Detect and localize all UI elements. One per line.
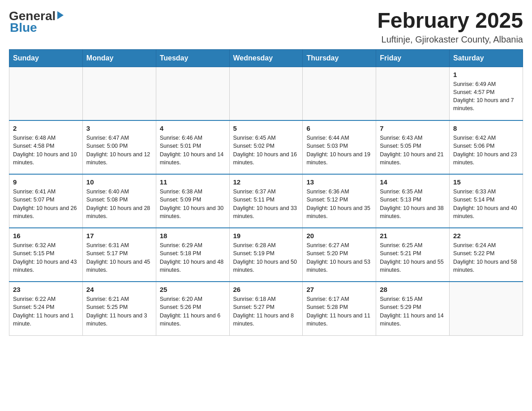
day-info: Sunrise: 6:42 AMSunset: 5:06 PMDaylight:… [453, 134, 519, 167]
day-info: Sunrise: 6:41 AMSunset: 5:07 PMDaylight:… [13, 188, 79, 220]
day-info: Sunrise: 6:36 AMSunset: 5:12 PMDaylight:… [306, 188, 372, 220]
logo-arrow-icon [57, 11, 64, 19]
day-number: 8 [453, 124, 519, 132]
calendar: SundayMondayTuesdayWednesdayThursdayFrid… [9, 49, 523, 336]
day-number: 22 [453, 232, 519, 240]
day-info: Sunrise: 6:44 AMSunset: 5:03 PMDaylight:… [306, 134, 372, 167]
calendar-cell: 2Sunrise: 6:48 AMSunset: 4:58 PMDaylight… [9, 120, 83, 174]
calendar-cell: 9Sunrise: 6:41 AMSunset: 5:07 PMDaylight… [9, 174, 83, 228]
day-number: 17 [86, 232, 152, 240]
calendar-cell: 24Sunrise: 6:21 AMSunset: 5:25 PMDayligh… [82, 282, 156, 335]
day-number: 12 [233, 178, 299, 186]
day-number: 11 [160, 178, 226, 186]
calendar-cell: 19Sunrise: 6:28 AMSunset: 5:19 PMDayligh… [229, 228, 303, 282]
day-info: Sunrise: 6:22 AMSunset: 5:24 PMDaylight:… [13, 295, 79, 328]
day-info: Sunrise: 6:21 AMSunset: 5:25 PMDaylight:… [86, 295, 152, 328]
day-header-sunday: Sunday [9, 49, 83, 67]
title-area: February 2025 Luftinje, Gjirokaster Coun… [377, 9, 523, 45]
calendar-cell: 20Sunrise: 6:27 AMSunset: 5:20 PMDayligh… [303, 228, 376, 282]
calendar-cell: 15Sunrise: 6:33 AMSunset: 5:14 PMDayligh… [450, 174, 523, 228]
day-info: Sunrise: 6:38 AMSunset: 5:09 PMDaylight:… [160, 188, 226, 220]
day-number: 16 [13, 232, 79, 240]
calendar-header-row: SundayMondayTuesdayWednesdayThursdayFrid… [9, 49, 523, 67]
calendar-cell: 26Sunrise: 6:18 AMSunset: 5:27 PMDayligh… [229, 282, 303, 335]
calendar-week-2: 2Sunrise: 6:48 AMSunset: 4:58 PMDaylight… [9, 120, 523, 174]
day-info: Sunrise: 6:27 AMSunset: 5:20 PMDaylight:… [306, 241, 372, 274]
header: General Blue February 2025 Luftinje, Gji… [9, 9, 523, 45]
day-number: 1 [453, 71, 519, 78]
day-header-wednesday: Wednesday [229, 49, 303, 67]
day-info: Sunrise: 6:29 AMSunset: 5:18 PMDaylight:… [160, 241, 226, 274]
day-info: Sunrise: 6:17 AMSunset: 5:28 PMDaylight:… [306, 295, 372, 328]
day-info: Sunrise: 6:43 AMSunset: 5:05 PMDaylight:… [380, 134, 446, 167]
day-header-monday: Monday [82, 49, 156, 67]
calendar-cell: 10Sunrise: 6:40 AMSunset: 5:08 PMDayligh… [82, 174, 156, 228]
day-number: 20 [306, 232, 372, 240]
calendar-cell: 25Sunrise: 6:20 AMSunset: 5:26 PMDayligh… [156, 282, 229, 335]
day-number: 14 [380, 178, 446, 186]
day-info: Sunrise: 6:47 AMSunset: 5:00 PMDaylight:… [86, 134, 152, 167]
calendar-cell: 17Sunrise: 6:31 AMSunset: 5:17 PMDayligh… [82, 228, 156, 282]
calendar-cell [82, 67, 156, 120]
calendar-cell: 16Sunrise: 6:32 AMSunset: 5:15 PMDayligh… [9, 228, 83, 282]
day-number: 2 [13, 124, 79, 132]
calendar-cell: 23Sunrise: 6:22 AMSunset: 5:24 PMDayligh… [9, 282, 83, 335]
day-number: 26 [233, 286, 299, 293]
day-number: 18 [160, 232, 226, 240]
calendar-cell [376, 67, 450, 120]
calendar-cell [9, 67, 83, 120]
day-number: 9 [13, 178, 79, 186]
calendar-cell: 5Sunrise: 6:45 AMSunset: 5:02 PMDaylight… [229, 120, 303, 174]
day-header-tuesday: Tuesday [156, 49, 229, 67]
day-info: Sunrise: 6:45 AMSunset: 5:02 PMDaylight:… [233, 134, 299, 167]
calendar-cell: 1Sunrise: 6:49 AMSunset: 4:57 PMDaylight… [450, 67, 523, 120]
day-info: Sunrise: 6:25 AMSunset: 5:21 PMDaylight:… [380, 241, 446, 274]
subtitle: Luftinje, Gjirokaster County, Albania [377, 34, 523, 45]
day-number: 6 [306, 124, 372, 132]
day-number: 23 [13, 286, 79, 293]
calendar-cell: 14Sunrise: 6:35 AMSunset: 5:13 PMDayligh… [376, 174, 450, 228]
calendar-cell: 27Sunrise: 6:17 AMSunset: 5:28 PMDayligh… [303, 282, 376, 335]
calendar-cell: 3Sunrise: 6:47 AMSunset: 5:00 PMDaylight… [82, 120, 156, 174]
day-number: 3 [86, 124, 152, 132]
calendar-cell: 8Sunrise: 6:42 AMSunset: 5:06 PMDaylight… [450, 120, 523, 174]
day-header-friday: Friday [376, 49, 450, 67]
day-number: 28 [380, 286, 446, 293]
logo-blue-text: Blue [10, 21, 37, 34]
calendar-week-1: 1Sunrise: 6:49 AMSunset: 4:57 PMDaylight… [9, 67, 523, 120]
calendar-cell [156, 67, 229, 120]
day-number: 25 [160, 286, 226, 293]
day-number: 7 [380, 124, 446, 132]
page-title: February 2025 [377, 9, 523, 33]
calendar-week-5: 23Sunrise: 6:22 AMSunset: 5:24 PMDayligh… [9, 282, 523, 335]
calendar-cell: 21Sunrise: 6:25 AMSunset: 5:21 PMDayligh… [376, 228, 450, 282]
calendar-cell: 4Sunrise: 6:46 AMSunset: 5:01 PMDaylight… [156, 120, 229, 174]
calendar-cell: 11Sunrise: 6:38 AMSunset: 5:09 PMDayligh… [156, 174, 229, 228]
calendar-cell: 22Sunrise: 6:24 AMSunset: 5:22 PMDayligh… [450, 228, 523, 282]
calendar-cell [450, 282, 523, 335]
day-info: Sunrise: 6:48 AMSunset: 4:58 PMDaylight:… [13, 134, 79, 167]
day-info: Sunrise: 6:40 AMSunset: 5:08 PMDaylight:… [86, 188, 152, 220]
day-info: Sunrise: 6:18 AMSunset: 5:27 PMDaylight:… [233, 295, 299, 328]
day-info: Sunrise: 6:35 AMSunset: 5:13 PMDaylight:… [380, 188, 446, 220]
day-header-thursday: Thursday [303, 49, 376, 67]
calendar-cell: 18Sunrise: 6:29 AMSunset: 5:18 PMDayligh… [156, 228, 229, 282]
calendar-week-4: 16Sunrise: 6:32 AMSunset: 5:15 PMDayligh… [9, 228, 523, 282]
day-info: Sunrise: 6:24 AMSunset: 5:22 PMDaylight:… [453, 241, 519, 274]
calendar-cell [303, 67, 376, 120]
day-info: Sunrise: 6:32 AMSunset: 5:15 PMDaylight:… [13, 241, 79, 274]
day-number: 10 [86, 178, 152, 186]
calendar-cell: 7Sunrise: 6:43 AMSunset: 5:05 PMDaylight… [376, 120, 450, 174]
day-info: Sunrise: 6:20 AMSunset: 5:26 PMDaylight:… [160, 295, 226, 328]
calendar-cell [229, 67, 303, 120]
day-number: 19 [233, 232, 299, 240]
day-number: 24 [86, 286, 152, 293]
day-info: Sunrise: 6:33 AMSunset: 5:14 PMDaylight:… [453, 188, 519, 220]
logo: General Blue [9, 9, 64, 35]
day-number: 15 [453, 178, 519, 186]
calendar-cell: 13Sunrise: 6:36 AMSunset: 5:12 PMDayligh… [303, 174, 376, 228]
day-info: Sunrise: 6:49 AMSunset: 4:57 PMDaylight:… [453, 80, 519, 113]
day-header-saturday: Saturday [450, 49, 523, 67]
day-number: 5 [233, 124, 299, 132]
day-info: Sunrise: 6:15 AMSunset: 5:29 PMDaylight:… [380, 295, 446, 328]
